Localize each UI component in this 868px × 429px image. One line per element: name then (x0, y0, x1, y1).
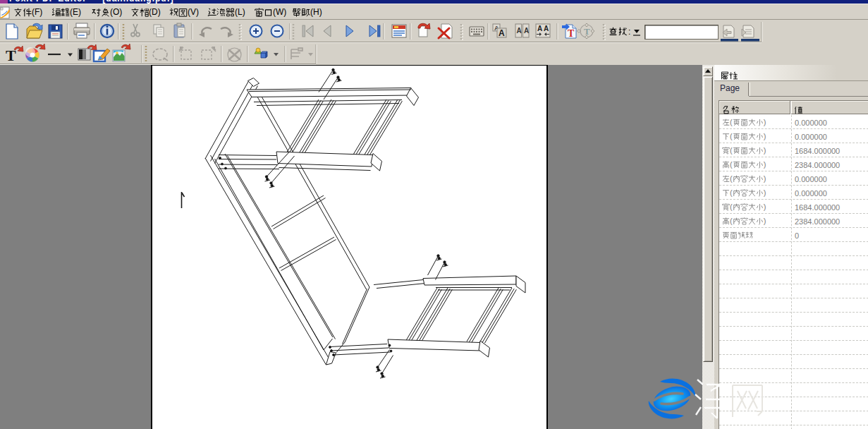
svg-text:T: T (584, 26, 590, 37)
svg-text:A: A (499, 28, 505, 38)
svg-text:A: A (524, 27, 529, 35)
svg-text:A: A (517, 27, 522, 35)
svg-text:A: A (544, 25, 549, 32)
svg-text:A: A (537, 25, 542, 32)
svg-text:T: T (568, 28, 575, 39)
svg-text::: : (628, 27, 630, 37)
